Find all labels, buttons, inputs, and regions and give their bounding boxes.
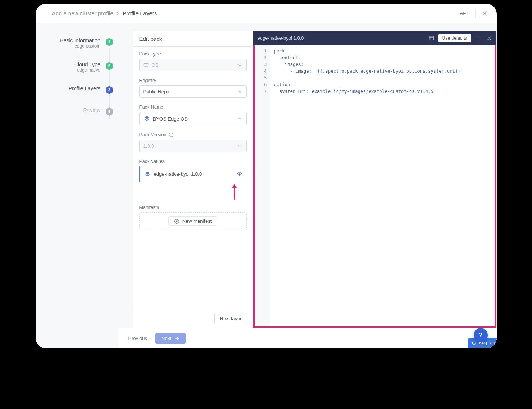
label-pack-name: Pack Name	[139, 104, 247, 110]
plus-circle-icon	[174, 219, 179, 224]
chevron-down-icon	[237, 143, 243, 149]
step-title: Review	[83, 107, 101, 113]
step-2[interactable]: Cloud Typeedge-native2	[36, 59, 118, 83]
use-defaults-button[interactable]: Use defaults	[438, 34, 471, 42]
chevron-down-icon	[237, 89, 243, 94]
svg-rect-5	[144, 63, 148, 64]
chevron-right-icon: >	[116, 10, 120, 16]
label-pack-type: Pack Type	[139, 51, 247, 57]
step-1[interactable]: Basic Informationedge-custom1	[36, 35, 118, 59]
arrow-right-icon	[174, 336, 180, 341]
select-pack-type: OS	[139, 59, 247, 71]
breadcrumb: Add a new cluster profile > Profile Laye…	[52, 10, 157, 16]
svg-point-7	[171, 134, 172, 134]
select-pack-type-value: OS	[152, 62, 159, 68]
new-manifest-label: New manifest	[182, 218, 212, 224]
divider	[475, 9, 476, 18]
expand-icon[interactable]	[427, 34, 435, 42]
os-icon	[143, 63, 149, 68]
next-button-label: Next	[161, 336, 171, 341]
info-icon[interactable]	[168, 132, 174, 137]
step-title: Cloud Type	[74, 61, 101, 67]
kebab-icon[interactable]	[474, 34, 482, 42]
label-manifests: Manifests	[139, 205, 247, 210]
step-3[interactable]: Profile Layers3	[36, 83, 118, 105]
chevron-down-icon	[237, 63, 243, 68]
panel-title: Edit pack	[133, 31, 253, 47]
hexagon-icon: 2	[105, 61, 113, 70]
editor-tab-title: edge-native-byoi 1.0.0	[258, 36, 304, 41]
api-link[interactable]: API	[458, 9, 470, 18]
hexagon-icon: 1	[105, 37, 113, 46]
step-subtitle: edge-native	[74, 67, 101, 73]
layers-icon	[143, 115, 150, 122]
svg-point-11	[477, 36, 478, 37]
select-registry[interactable]: Public Repo	[139, 85, 247, 98]
code-gutter: 1234567	[255, 45, 270, 326]
pack-values-item[interactable]: edge-native-byoi 1.0.0	[139, 166, 247, 182]
step-4[interactable]: Review4	[36, 105, 118, 127]
new-manifest-button[interactable]: New manifest	[139, 212, 247, 230]
wizard-stepper: Basic Informationedge-custom1Cloud Typee…	[36, 23, 118, 348]
svg-rect-10	[429, 36, 434, 40]
select-pack-name-value: BYOS Edge OS	[153, 116, 188, 122]
svg-point-14	[472, 342, 475, 344]
chevron-down-icon	[237, 116, 243, 121]
select-registry-value: Public Repo	[143, 89, 170, 94]
layers-icon	[144, 171, 151, 178]
breadcrumb-current: Profile Layers	[123, 10, 157, 16]
code-content[interactable]: pack: content: images: - image: '{{.spec…	[270, 45, 495, 326]
select-pack-version: 1.0.0	[139, 140, 247, 152]
previous-button[interactable]: Previous	[125, 333, 151, 343]
svg-point-12	[477, 38, 478, 39]
step-title: Basic Information	[60, 37, 100, 43]
label-pack-version: Pack Version	[139, 132, 247, 137]
step-subtitle: edge-custom	[60, 43, 100, 49]
label-pack-values: Pack Values	[139, 159, 247, 164]
hexagon-icon: 3	[105, 85, 113, 94]
next-button[interactable]: Next	[155, 333, 186, 344]
code-icon[interactable]	[236, 170, 243, 178]
select-pack-version-value: 1.0.0	[143, 143, 154, 149]
pack-values-item-label: edge-native-byoi 1.0.0	[154, 171, 202, 177]
select-pack-name[interactable]: BYOS Edge OS	[139, 112, 247, 125]
breadcrumb-root[interactable]: Add a new cluster profile	[52, 10, 113, 16]
close-icon[interactable]	[481, 10, 489, 17]
svg-rect-8	[171, 134, 171, 136]
bug-icon	[471, 340, 477, 345]
help-fab[interactable]: ?	[474, 328, 488, 342]
close-editor-icon[interactable]	[485, 34, 493, 42]
hexagon-icon: 4	[105, 107, 113, 116]
step-title: Profile Layers	[69, 85, 101, 91]
label-registry: Registry	[139, 78, 247, 83]
next-layer-button[interactable]: Next layer	[214, 313, 247, 324]
callout-arrow-icon	[139, 183, 247, 198]
code-editor[interactable]: 1234567 pack: content: images: - image: …	[253, 45, 496, 328]
svg-point-13	[477, 39, 478, 40]
